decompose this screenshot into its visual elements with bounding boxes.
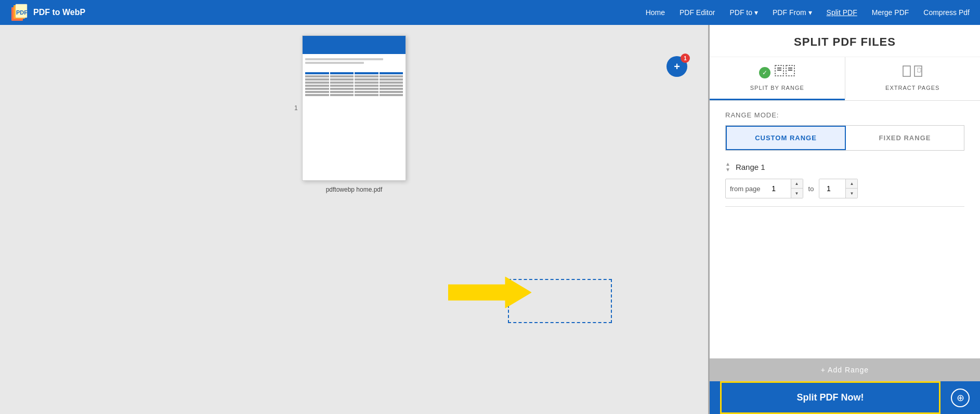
chevron-down-icon: ▾ [754,8,758,17]
tab-split-by-range-label: SPLIT BY RANGE [750,85,804,91]
split-now-bar: Split PDF Now! ⊕ [710,381,980,414]
from-page-input-group: from page ▲ ▼ [725,179,803,198]
extract-pages-icon [902,65,923,81]
app-header: PDF PDF to WebP Home PDF Editor PDF to ▾… [0,0,980,25]
pdf-preview-area: 1 [302,35,406,193]
to-page-up[interactable]: ▲ [846,179,857,189]
nav-pdf-editor[interactable]: PDF Editor [680,8,715,17]
tab-extract-pages[interactable]: EXTRACT PAGES [845,57,981,100]
split-mode-tabs: ✓ SPLIT BY RANGE [710,57,980,101]
pdf-content-line [305,58,383,60]
separator [725,206,964,207]
split-now-circle-icon: ⊕ [951,389,970,407]
main-container: 1 [0,25,980,414]
page-number-label: 1 [294,104,298,112]
nav-merge-pdf[interactable]: Merge PDF [872,8,909,17]
to-label: to [808,185,814,193]
bottom-area: + Add Range Split PDF Now! ⊕ [710,358,980,414]
page-title: SPLIT PDF FILES [725,35,964,49]
range-mode-buttons: CUSTOM RANGE FIXED RANGE [725,125,964,151]
nav-pdf-to-dropdown[interactable]: PDF to ▾ [729,8,758,17]
svg-text:PDF: PDF [16,9,28,16]
add-file-badge: 1 [681,54,690,63]
range-1-row: ▲ ▼ Range 1 [725,161,964,172]
range-1-title: Range 1 [736,163,765,171]
nav-split-pdf[interactable]: Split PDF [827,8,857,17]
main-nav: Home PDF Editor PDF to ▾ PDF From ▾ Spli… [646,8,970,17]
left-panel: 1 [0,25,708,414]
pdf-table [305,72,403,96]
selection-box [508,279,612,323]
nav-pdf-from-dropdown[interactable]: PDF From ▾ [773,8,812,17]
range-inputs-section: ▲ ▼ Range 1 from page ▲ ▼ to [710,161,980,206]
svg-rect-9 [777,70,781,71]
fixed-range-button[interactable]: FIXED RANGE [846,126,964,150]
logo[interactable]: PDF PDF to WebP [10,3,85,22]
to-page-input-group: ▲ ▼ [819,179,858,198]
to-page-spinners: ▲ ▼ [845,179,857,198]
pdf-content-line [305,62,364,64]
logo-text: PDF to WebP [33,8,85,17]
from-page-input[interactable] [765,179,791,198]
right-panel-header: SPLIT PDF FILES [710,25,980,57]
pdf-thumbnail-content [303,54,406,101]
to-page-input[interactable] [819,179,845,198]
yellow-arrow [448,274,531,311]
split-now-button[interactable]: Split PDF Now! [720,381,940,414]
svg-rect-8 [788,68,792,69]
pdf-filename: pdftowebp home.pdf [326,186,383,193]
nav-home[interactable]: Home [646,8,665,17]
svg-rect-10 [788,70,792,71]
range-mode-label: RANGE MODE: [725,111,964,119]
range-mode-section: RANGE MODE: CUSTOM RANGE FIXED RANGE [710,101,980,161]
from-page-up[interactable]: ▲ [791,179,803,189]
check-icon: ✓ [759,67,770,78]
chevron-down-icon: ▾ [808,8,812,17]
add-range-button[interactable]: + Add Range [710,358,980,381]
from-page-spinners: ▲ ▼ [791,179,803,198]
svg-rect-11 [903,66,910,76]
svg-rect-13 [918,68,921,72]
from-page-down[interactable]: ▼ [791,189,803,198]
range-sort-arrows: ▲ ▼ [725,161,730,172]
svg-marker-4 [448,277,531,308]
custom-range-button[interactable]: CUSTOM RANGE [726,126,846,150]
pdf-thumbnail[interactable] [302,35,406,181]
nav-compress-pdf[interactable]: Compress Pdf [923,8,970,17]
from-to-group: from page ▲ ▼ to ▲ ▼ [725,179,964,198]
pdf-thumbnail-header [303,36,406,54]
to-page-down[interactable]: ▼ [846,189,857,198]
tab-extract-pages-label: EXTRACT PAGES [885,85,939,91]
tab-split-by-range[interactable]: ✓ SPLIT BY RANGE [710,57,845,100]
from-page-label: from page [726,185,765,193]
svg-rect-7 [777,68,781,69]
split-by-range-icon [775,65,795,81]
logo-icon: PDF [10,3,29,22]
right-panel: SPLIT PDF FILES ✓ SPLIT BY RANGE [710,25,980,414]
